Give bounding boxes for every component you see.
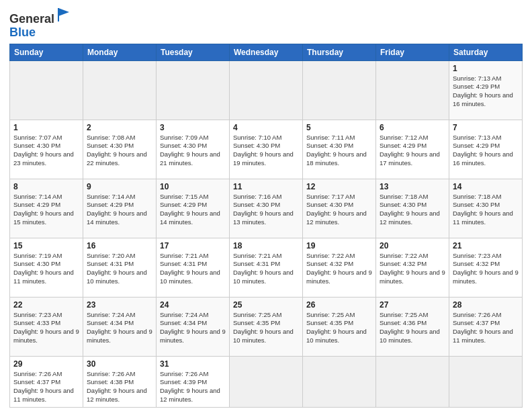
day-number: 29 xyxy=(13,359,79,369)
day-number: 19 xyxy=(306,241,372,250)
calendar-cell: 11Sunrise: 7:16 AMSunset: 4:30 PMDayligh… xyxy=(230,179,303,238)
calendar-cell: 1Sunrise: 7:13 AMSunset: 4:29 PMDaylight… xyxy=(449,60,523,120)
calendar-cell: 19Sunrise: 7:22 AMSunset: 4:32 PMDayligh… xyxy=(303,238,376,297)
calendar-cell: 18Sunrise: 7:21 AMSunset: 4:31 PMDayligh… xyxy=(230,238,303,297)
day-number: 10 xyxy=(160,182,226,191)
day-number: 6 xyxy=(380,123,445,132)
day-info: Sunrise: 7:14 AMSunset: 4:29 PMDaylight:… xyxy=(87,193,152,227)
calendar-week-row: 1Sunrise: 7:13 AMSunset: 4:29 PMDaylight… xyxy=(10,60,523,120)
day-number: 12 xyxy=(306,182,372,191)
day-info: Sunrise: 7:09 AMSunset: 4:30 PMDaylight:… xyxy=(160,134,226,168)
day-number: 14 xyxy=(453,182,519,191)
calendar-cell: 9Sunrise: 7:14 AMSunset: 4:29 PMDaylight… xyxy=(83,179,157,238)
calendar-cell: 26Sunrise: 7:25 AMSunset: 4:35 PMDayligh… xyxy=(303,297,376,356)
calendar-cell: 24Sunrise: 7:24 AMSunset: 4:34 PMDayligh… xyxy=(157,297,230,356)
day-info: Sunrise: 7:13 AMSunset: 4:29 PMDaylight:… xyxy=(453,75,519,109)
calendar-cell: 22Sunrise: 7:23 AMSunset: 4:33 PMDayligh… xyxy=(10,297,83,356)
logo-text: General Blue xyxy=(9,7,72,40)
day-info: Sunrise: 7:24 AMSunset: 4:34 PMDaylight:… xyxy=(87,311,152,345)
day-number: 11 xyxy=(233,182,299,191)
day-number: 20 xyxy=(380,241,445,250)
calendar-cell: 15Sunrise: 7:19 AMSunset: 4:30 PMDayligh… xyxy=(10,238,83,297)
logo-general: General xyxy=(9,12,54,26)
day-info: Sunrise: 7:21 AMSunset: 4:31 PMDaylight:… xyxy=(233,252,299,286)
calendar-cell: 14Sunrise: 7:18 AMSunset: 4:30 PMDayligh… xyxy=(449,179,523,238)
calendar-cell: 4Sunrise: 7:10 AMSunset: 4:30 PMDaylight… xyxy=(230,120,303,179)
calendar-cell xyxy=(449,356,523,407)
calendar-header-tuesday: Tuesday xyxy=(157,44,230,60)
calendar-cell: 16Sunrise: 7:20 AMSunset: 4:31 PMDayligh… xyxy=(83,238,157,297)
day-info: Sunrise: 7:18 AMSunset: 4:30 PMDaylight:… xyxy=(380,193,445,227)
day-info: Sunrise: 7:10 AMSunset: 4:30 PMDaylight:… xyxy=(233,134,299,168)
calendar-cell: 27Sunrise: 7:25 AMSunset: 4:36 PMDayligh… xyxy=(376,297,449,356)
day-number: 13 xyxy=(380,182,445,191)
day-number: 17 xyxy=(160,241,226,250)
day-number: 8 xyxy=(13,182,79,191)
calendar-header-thursday: Thursday xyxy=(303,44,376,60)
day-number: 3 xyxy=(160,123,226,132)
svg-marker-0 xyxy=(58,8,69,16)
day-info: Sunrise: 7:26 AMSunset: 4:39 PMDaylight:… xyxy=(160,370,226,404)
day-info: Sunrise: 7:23 AMSunset: 4:32 PMDaylight:… xyxy=(453,252,519,286)
calendar-week-row: 22Sunrise: 7:23 AMSunset: 4:33 PMDayligh… xyxy=(10,297,523,356)
header: General Blue xyxy=(9,7,523,40)
day-number: 25 xyxy=(233,300,299,310)
day-info: Sunrise: 7:18 AMSunset: 4:30 PMDaylight:… xyxy=(453,193,519,227)
day-info: Sunrise: 7:23 AMSunset: 4:33 PMDaylight:… xyxy=(13,311,79,345)
calendar-cell: 7Sunrise: 7:13 AMSunset: 4:29 PMDaylight… xyxy=(449,120,523,179)
calendar-week-row: 1Sunrise: 7:07 AMSunset: 4:30 PMDaylight… xyxy=(10,120,523,179)
calendar-cell: 3Sunrise: 7:09 AMSunset: 4:30 PMDaylight… xyxy=(157,120,230,179)
day-number: 22 xyxy=(13,300,79,310)
day-info: Sunrise: 7:20 AMSunset: 4:31 PMDaylight:… xyxy=(87,252,152,286)
day-info: Sunrise: 7:19 AMSunset: 4:30 PMDaylight:… xyxy=(13,252,79,286)
calendar-cell xyxy=(10,60,83,120)
calendar-week-row: 29Sunrise: 7:26 AMSunset: 4:37 PMDayligh… xyxy=(10,356,523,407)
calendar-header-monday: Monday xyxy=(83,44,157,60)
day-number: 27 xyxy=(380,300,445,310)
calendar-cell: 30Sunrise: 7:26 AMSunset: 4:38 PMDayligh… xyxy=(83,356,157,407)
day-number: 28 xyxy=(453,300,519,310)
calendar-header-friday: Friday xyxy=(376,44,449,60)
calendar-week-row: 8Sunrise: 7:14 AMSunset: 4:29 PMDaylight… xyxy=(10,179,523,238)
calendar-cell xyxy=(230,356,303,407)
calendar-header-saturday: Saturday xyxy=(449,44,523,60)
day-info: Sunrise: 7:21 AMSunset: 4:31 PMDaylight:… xyxy=(160,252,226,286)
calendar-cell xyxy=(157,60,230,120)
day-number: 1 xyxy=(13,123,79,132)
logo-flag-icon xyxy=(56,7,72,23)
calendar-cell: 10Sunrise: 7:15 AMSunset: 4:29 PMDayligh… xyxy=(157,179,230,238)
day-info: Sunrise: 7:26 AMSunset: 4:37 PMDaylight:… xyxy=(13,370,79,404)
day-number: 26 xyxy=(306,300,372,310)
day-number: 5 xyxy=(306,123,372,132)
calendar-header-row: SundayMondayTuesdayWednesdayThursdayFrid… xyxy=(10,44,523,60)
calendar-cell: 17Sunrise: 7:21 AMSunset: 4:31 PMDayligh… xyxy=(157,238,230,297)
day-number: 16 xyxy=(87,241,152,250)
day-info: Sunrise: 7:25 AMSunset: 4:35 PMDaylight:… xyxy=(233,311,299,345)
calendar-cell: 2Sunrise: 7:08 AMSunset: 4:30 PMDaylight… xyxy=(83,120,157,179)
day-number: 24 xyxy=(160,300,226,310)
day-info: Sunrise: 7:26 AMSunset: 4:38 PMDaylight:… xyxy=(87,370,152,404)
day-info: Sunrise: 7:12 AMSunset: 4:29 PMDaylight:… xyxy=(380,134,445,168)
calendar-cell xyxy=(83,60,157,120)
calendar-cell xyxy=(376,356,449,407)
calendar-cell: 29Sunrise: 7:26 AMSunset: 4:37 PMDayligh… xyxy=(10,356,83,407)
calendar-cell: 5Sunrise: 7:11 AMSunset: 4:30 PMDaylight… xyxy=(303,120,376,179)
day-info: Sunrise: 7:25 AMSunset: 4:35 PMDaylight:… xyxy=(306,311,372,345)
calendar-cell: 21Sunrise: 7:23 AMSunset: 4:32 PMDayligh… xyxy=(449,238,523,297)
day-number: 21 xyxy=(453,241,519,250)
calendar-cell: 12Sunrise: 7:17 AMSunset: 4:30 PMDayligh… xyxy=(303,179,376,238)
day-info: Sunrise: 7:11 AMSunset: 4:30 PMDaylight:… xyxy=(306,134,372,168)
day-number: 31 xyxy=(160,359,226,369)
day-info: Sunrise: 7:17 AMSunset: 4:30 PMDaylight:… xyxy=(306,193,372,227)
calendar-cell: 20Sunrise: 7:22 AMSunset: 4:32 PMDayligh… xyxy=(376,238,449,297)
calendar-cell xyxy=(230,60,303,120)
day-info: Sunrise: 7:08 AMSunset: 4:30 PMDaylight:… xyxy=(87,134,152,168)
calendar-cell: 8Sunrise: 7:14 AMSunset: 4:29 PMDaylight… xyxy=(10,179,83,238)
day-info: Sunrise: 7:13 AMSunset: 4:29 PMDaylight:… xyxy=(453,134,519,168)
calendar-cell: 13Sunrise: 7:18 AMSunset: 4:30 PMDayligh… xyxy=(376,179,449,238)
calendar-cell: 6Sunrise: 7:12 AMSunset: 4:29 PMDaylight… xyxy=(376,120,449,179)
day-info: Sunrise: 7:14 AMSunset: 4:29 PMDaylight:… xyxy=(13,193,79,227)
calendar-header-sunday: Sunday xyxy=(10,44,83,60)
calendar-cell xyxy=(303,60,376,120)
day-number: 9 xyxy=(87,182,152,191)
